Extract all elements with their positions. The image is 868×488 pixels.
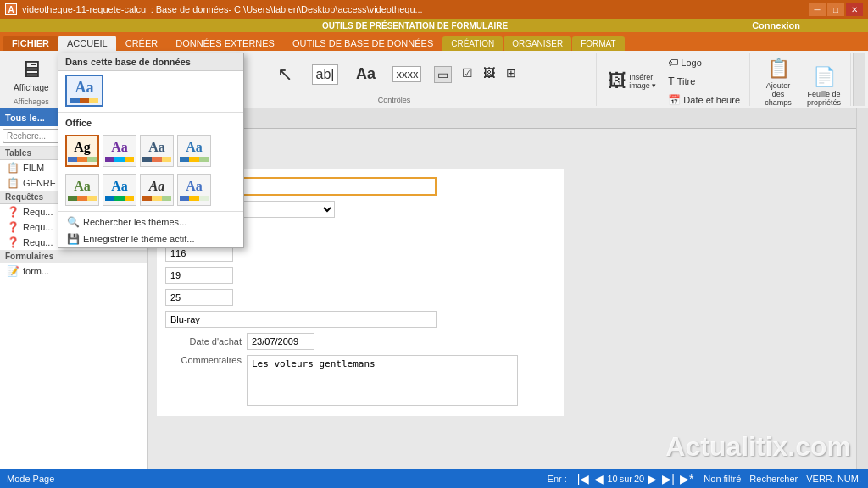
status-right: Enr : |◀ ◀ 10 sur 20 ▶ ▶| ▶* Non filtré … — [548, 472, 861, 485]
affichage-label: Affichage — [14, 83, 49, 92]
cursor-icon: ↖ — [277, 64, 292, 86]
ribbon-tab-bar: FICHIER ACCUEIL CRÉER DONNÉES EXTERNES O… — [0, 32, 868, 51]
tab-fichier[interactable]: FICHIER — [3, 36, 58, 51]
form-field-note — [165, 267, 555, 284]
form-container: film Gangster — [148, 129, 856, 469]
genre-table-icon: 📋 — [7, 177, 19, 189]
text-box-icon: ab| — [312, 64, 339, 85]
theme-letter-1: Aa — [111, 140, 128, 155]
ribbon-group-entete: 🖼 Insérerimage ▾ 🏷 Logo T Titre 📅 Date e… — [598, 53, 750, 106]
commentaires-textarea[interactable]: Les voleurs gentlemans — [247, 355, 518, 406]
support-input[interactable] — [165, 311, 437, 328]
tab-accueil[interactable]: ACCUEIL — [58, 36, 116, 51]
feuille-prop-label: Feuille depropriétés — [807, 90, 841, 107]
titre-button[interactable]: T Titre — [664, 73, 744, 90]
connexion-label[interactable]: Connexion — [752, 20, 800, 30]
window-controls: ─ □ ✕ — [809, 3, 863, 16]
controles-group-label: Contrôles — [378, 96, 411, 104]
verr-num-label: VERR. NUM. — [806, 474, 861, 484]
button-control[interactable]: ▭ — [431, 64, 454, 86]
current-theme-letter: Aa — [75, 79, 94, 97]
ribbon-group-controles: ↖ ab| Aa xxxx ▭ ☑ — [192, 53, 598, 106]
theme-item-4[interactable]: Aa — [65, 174, 99, 206]
tab-creer[interactable]: CRÉER — [117, 36, 167, 51]
tab-organiser[interactable]: ORGANISER — [504, 36, 571, 51]
more-icon: ⊞ — [506, 66, 516, 80]
next-record-button[interactable]: ▶ — [646, 472, 659, 485]
theme-letter-3: Aa — [186, 140, 203, 155]
theme-item-5[interactable]: Aa — [103, 174, 136, 206]
theme-divider-1 — [58, 112, 243, 113]
theme-dropdown: Dans cette base de données Aa Office Ag — [58, 53, 244, 248]
status-left: Mode Page — [7, 474, 54, 484]
theme-letter-7: Aa — [186, 179, 203, 194]
label-icon: Aa — [356, 65, 376, 83]
classification-input[interactable] — [165, 289, 233, 306]
checkbox-icon: ☑ — [462, 66, 473, 80]
note-input[interactable] — [165, 267, 233, 284]
film-table-icon: 📋 — [7, 162, 19, 174]
req1-label: Requ... — [23, 207, 53, 217]
theme-letter-6: Aa — [149, 179, 165, 194]
rechercher-themes-action[interactable]: 🔍 Rechercher les thèmes... — [58, 214, 243, 230]
inserer-image-button[interactable]: 🖼 Insérerimage ▾ — [604, 68, 660, 95]
button-icon: ▭ — [434, 66, 452, 83]
logo-button[interactable]: 🏷 Logo — [664, 54, 744, 71]
last-record-button[interactable]: ▶| — [660, 472, 676, 485]
minimize-button[interactable]: ─ — [809, 3, 826, 16]
date-heure-icon: 📅 — [668, 94, 681, 106]
date-achat-label: Date d'achat — [165, 336, 242, 347]
logo-icon: 🏷 — [668, 57, 678, 69]
current-theme-item[interactable]: Aa — [65, 75, 103, 107]
more-controls[interactable]: ⊞ — [502, 64, 520, 86]
ajouter-champs-icon: 📋 — [767, 58, 790, 80]
tab-outils-bdd[interactable]: OUTILS DE BASE DE DONNÉES — [284, 36, 442, 51]
combo-icon: xxxx — [392, 66, 421, 82]
rechercher-themes-label: Rechercher les thèmes... — [83, 217, 186, 227]
ribbon-scrollbar[interactable] — [853, 53, 865, 106]
checkbox-control[interactable]: ☑ — [458, 64, 476, 86]
theme-item-6[interactable]: Aa — [140, 174, 174, 206]
date-achat-input[interactable] — [247, 333, 314, 350]
form-tab-bar: form... ✕ — [148, 108, 856, 129]
req2-label: Requ... — [23, 222, 53, 232]
theme-item-2[interactable]: Aa — [140, 135, 174, 167]
theme-item-7[interactable]: Aa — [177, 174, 211, 206]
combo-button[interactable]: xxxx — [387, 63, 426, 86]
text-box-button[interactable]: ab| — [307, 61, 344, 88]
ribbon-group-outils: 📋 Ajouter deschampsexistants 📄 Feuille d… — [752, 53, 851, 106]
contextual-header-label: OUTILS DE PRÉSENTATION DE FORMULAIRE — [322, 21, 508, 30]
label-button[interactable]: Aa — [348, 62, 382, 86]
mode-label: Mode Page — [7, 474, 54, 484]
cursor-button[interactable]: ↖ — [268, 60, 302, 89]
theme-item-1[interactable]: Aa — [103, 135, 136, 167]
theme-bar-4 — [68, 196, 97, 201]
office-section-label: Office — [58, 114, 243, 131]
nav-item-form1[interactable]: 📝 form... — [0, 263, 147, 279]
maximize-button[interactable]: □ — [827, 3, 844, 16]
new-record-button[interactable]: ▶* — [678, 472, 695, 485]
close-button[interactable]: ✕ — [846, 3, 863, 16]
image-control[interactable]: 🖼 — [480, 64, 498, 86]
enregistrer-theme-label: Enregistrer le thème actif... — [83, 234, 194, 244]
req3-label: Requ... — [23, 237, 53, 247]
feuille-prop-button[interactable]: 📄 Feuille depropriétés — [803, 63, 845, 110]
prev-record-button[interactable]: ◀ — [593, 472, 605, 485]
enregistrer-theme-action[interactable]: 💾 Enregistrer le thème actif... — [58, 230, 243, 247]
genre-table-label: GENRE — [23, 178, 56, 188]
form-title: film — [157, 137, 848, 162]
date-heure-button[interactable]: 📅 Date et heure — [664, 92, 744, 108]
affichages-group-label: Affichages — [14, 97, 49, 106]
form-field-support — [165, 311, 555, 328]
tab-format[interactable]: FORMAT — [572, 36, 624, 51]
tab-creation[interactable]: CRÉATION — [442, 36, 503, 51]
theme-item-0[interactable]: Ag — [65, 135, 99, 167]
req3-icon: ❓ — [7, 236, 19, 248]
affichage-button[interactable]: 🖥 Affichage — [8, 54, 54, 96]
tab-donnees-ext[interactable]: DONNÉES EXTERNES — [167, 36, 283, 51]
titre-label: Titre — [677, 76, 696, 86]
first-record-button[interactable]: |◀ — [576, 472, 592, 485]
contextual-tab-header: OUTILS DE PRÉSENTATION DE FORMULAIRE Con… — [0, 19, 868, 32]
theme-item-3[interactable]: Aa — [177, 135, 211, 167]
main-scrollbar[interactable] — [856, 108, 868, 469]
